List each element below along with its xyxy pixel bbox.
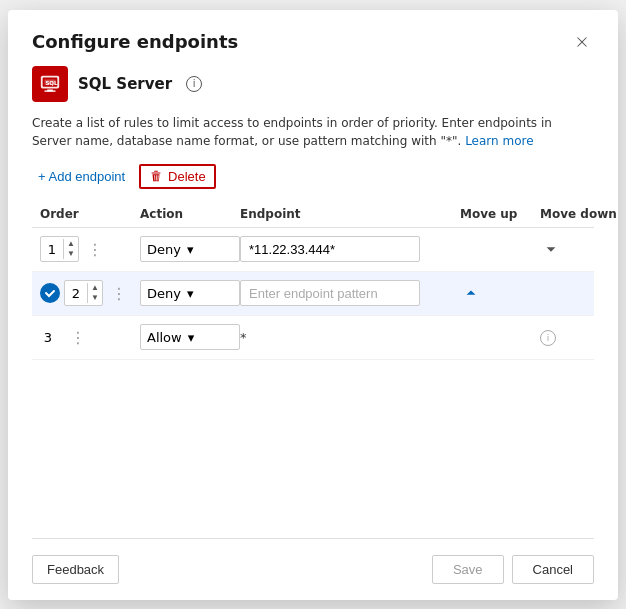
- endpoint-cell-3: *: [240, 330, 460, 345]
- add-endpoint-button[interactable]: + Add endpoint: [32, 165, 131, 188]
- drag-handle-1[interactable]: ⋮: [83, 240, 107, 259]
- action-dropdown-3[interactable]: Allow ▾: [140, 324, 240, 350]
- table-row: 2 ▲ ▼ ⋮ Deny ▾: [32, 272, 594, 316]
- svg-rect-4: [45, 90, 56, 91]
- toolbar: + Add endpoint Delete: [32, 164, 594, 189]
- endpoint-cell-2: [240, 280, 460, 306]
- order-number-1: 1: [41, 242, 63, 257]
- dialog-header: Configure endpoints: [32, 30, 594, 54]
- feedback-button[interactable]: Feedback: [32, 555, 119, 584]
- table-header: Order Action Endpoint Move up Move down: [32, 201, 594, 228]
- delete-button[interactable]: Delete: [139, 164, 216, 189]
- selected-indicator-2: [40, 283, 60, 303]
- dropdown-arrow-1: ▾: [187, 242, 194, 257]
- order-cell-1: 1 ▲ ▼ ⋮: [40, 236, 140, 262]
- action-dropdown-1[interactable]: Deny ▾: [140, 236, 240, 262]
- endpoint-input-2[interactable]: [240, 280, 420, 306]
- cancel-button[interactable]: Cancel: [512, 555, 594, 584]
- move-down-cell-1: [540, 238, 620, 260]
- order-arrows-2: ▲ ▼: [87, 283, 102, 303]
- endpoint-input-1[interactable]: [240, 236, 420, 262]
- column-order: Order: [40, 207, 140, 221]
- service-name-label: SQL Server: [78, 75, 172, 93]
- service-row: SQL SQL Server i: [32, 66, 594, 102]
- service-info-icon[interactable]: i: [186, 76, 202, 92]
- order-number-3: 3: [40, 330, 62, 345]
- order-box-2: 2 ▲ ▼: [64, 280, 103, 306]
- dropdown-arrow-2: ▾: [187, 286, 194, 301]
- action-cell-2: Deny ▾: [140, 280, 240, 306]
- order-cell-3: 3 ⋮: [40, 328, 140, 347]
- save-button[interactable]: Save: [432, 555, 504, 584]
- dialog-footer: Feedback Save Cancel: [32, 538, 594, 584]
- close-button[interactable]: [570, 30, 594, 54]
- table-row: 1 ▲ ▼ ⋮ Deny ▾: [32, 228, 594, 272]
- dropdown-arrow-3: ▾: [188, 330, 195, 345]
- order-number-2: 2: [65, 286, 87, 301]
- endpoint-cell-1: [240, 236, 460, 262]
- description-text: Create a list of rules to limit access t…: [32, 114, 594, 150]
- order-down-2[interactable]: ▼: [88, 293, 102, 303]
- move-up-button-2[interactable]: [460, 282, 482, 304]
- row-info-icon-3[interactable]: i: [540, 330, 556, 346]
- footer-actions: Save Cancel: [432, 555, 594, 584]
- action-cell-1: Deny ▾: [140, 236, 240, 262]
- order-box-1: 1 ▲ ▼: [40, 236, 79, 262]
- endpoints-table: Order Action Endpoint Move up Move down …: [32, 201, 594, 538]
- svg-text:SQL: SQL: [45, 79, 58, 85]
- table-row: 3 ⋮ Allow ▾ * i: [32, 316, 594, 360]
- configure-endpoints-dialog: Configure endpoints SQL SQL Server i Cre…: [8, 10, 618, 600]
- move-up-cell-2: [460, 282, 540, 304]
- action-dropdown-2[interactable]: Deny ▾: [140, 280, 240, 306]
- order-up-1[interactable]: ▲: [64, 239, 78, 249]
- move-down-cell-3: i: [540, 329, 620, 346]
- sql-server-icon: SQL: [32, 66, 68, 102]
- column-action: Action: [140, 207, 240, 221]
- order-cell-2: 2 ▲ ▼ ⋮: [40, 280, 140, 306]
- move-down-button-1[interactable]: [540, 238, 562, 260]
- drag-handle-2[interactable]: ⋮: [107, 284, 131, 303]
- order-arrows-1: ▲ ▼: [63, 239, 78, 259]
- order-up-2[interactable]: ▲: [88, 283, 102, 293]
- endpoint-static-3: *: [240, 330, 247, 345]
- learn-more-link[interactable]: Learn more: [465, 134, 533, 148]
- action-cell-3: Allow ▾: [140, 324, 240, 350]
- drag-handle-3[interactable]: ⋮: [66, 328, 90, 347]
- column-endpoint: Endpoint: [240, 207, 460, 221]
- column-move-down: Move down: [540, 207, 620, 221]
- column-move-up: Move up: [460, 207, 540, 221]
- order-down-1[interactable]: ▼: [64, 249, 78, 259]
- delete-icon: [149, 169, 163, 183]
- dialog-title: Configure endpoints: [32, 31, 238, 52]
